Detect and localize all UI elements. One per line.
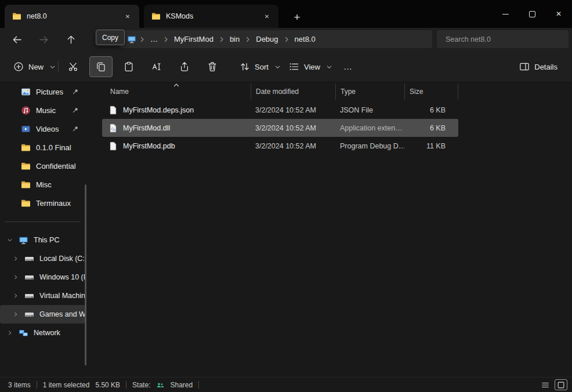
tab-close-icon[interactable]: ✕ <box>260 9 274 23</box>
column-header-label: Name <box>110 88 129 96</box>
arrow-up-icon <box>66 35 76 45</box>
this-pc-icon <box>19 235 28 245</box>
breadcrumb-item-debug[interactable]: Debug <box>251 35 283 43</box>
chevron-right-icon[interactable] <box>7 330 13 336</box>
drive-icon <box>24 310 34 320</box>
chevron-down-icon <box>274 64 281 70</box>
status-bar: 3 items 1 item selected 5.50 KB State: S… <box>0 377 572 392</box>
music-icon <box>21 106 31 115</box>
column-header-size[interactable]: Size <box>404 84 458 100</box>
chevron-down-icon[interactable] <box>7 237 13 243</box>
new-tab-button[interactable]: + <box>288 9 306 26</box>
search-box[interactable] <box>437 30 569 48</box>
breadcrumb-item-net8-0[interactable]: net8.0 <box>290 35 320 43</box>
column-header-date-modified[interactable]: Date modified <box>251 84 335 100</box>
window-controls: ✕ <box>492 0 572 28</box>
breadcrumb: … MyFirstMod bin Debug net8.0 <box>119 30 432 48</box>
file-type: Application exten… <box>335 124 404 132</box>
sidebar-scrollbar[interactable] <box>85 184 86 365</box>
file-size: 11 KB <box>404 142 458 150</box>
file-row[interactable]: MyFirstMod.deps.json 3/2/2024 10:52 AM J… <box>102 101 458 119</box>
file-row[interactable]: MyFirstMod.pdb 3/2/2024 10:52 AM Program… <box>102 137 458 155</box>
paste-button[interactable] <box>117 56 140 77</box>
chevron-right-icon[interactable] <box>13 274 19 280</box>
folder-icon <box>21 198 31 208</box>
sidebar-item-virtual-machines[interactable]: Virtual Machin <box>0 286 85 305</box>
sidebar-item-music[interactable]: Music <box>0 101 85 119</box>
shared-state-icon <box>156 381 164 389</box>
drive-icon <box>24 254 34 264</box>
sidebar-item-network[interactable]: Network <box>0 324 85 342</box>
chevron-right-icon <box>139 36 146 43</box>
details-view-button[interactable] <box>539 379 552 390</box>
tab-net8-0[interactable]: net8.0 ✕ <box>5 5 139 28</box>
thumbnail-view-button[interactable] <box>555 379 567 390</box>
titlebar: net8.0 ✕ KSMods ✕ + ✕ <box>0 0 572 28</box>
view-button-label: View <box>304 63 320 71</box>
sidebar-item-this-pc[interactable]: This PC <box>0 231 85 249</box>
sidebar-item-misc[interactable]: Misc <box>0 175 85 194</box>
tab-ksmods[interactable]: KSMods ✕ <box>144 5 278 28</box>
sidebar: Pictures Music Videos 0.1.0 Final Confid… <box>0 82 87 377</box>
file-explorer-window: net8.0 ✕ KSMods ✕ + ✕ … MyF <box>0 0 572 392</box>
column-header-type[interactable]: Type <box>335 84 404 100</box>
sidebar-item-terminaux[interactable]: Terminaux <box>0 194 85 212</box>
search-input[interactable] <box>437 30 569 48</box>
breadcrumb-item-myfirstmod[interactable]: MyFirstMod <box>169 35 218 43</box>
sort-button[interactable]: Sort <box>233 56 287 77</box>
pin-icon <box>72 125 79 132</box>
maximize-button[interactable] <box>519 0 545 28</box>
sidebar-item-games[interactable]: Games and W <box>0 305 85 324</box>
minimize-icon <box>502 14 509 14</box>
chevron-right-icon <box>283 36 290 43</box>
trash-icon <box>207 61 218 72</box>
breadcrumb-ellipsis[interactable]: … <box>146 35 162 43</box>
sidebar-item-videos[interactable]: Videos <box>0 119 85 138</box>
tab-label: KSMods <box>166 12 260 20</box>
back-button[interactable] <box>7 30 27 49</box>
forward-button[interactable] <box>34 30 53 49</box>
tab-label: net8.0 <box>27 12 121 20</box>
state-label: State: <box>132 381 150 389</box>
file-row-selected[interactable]: MyFirstMod.dll 3/2/2024 10:52 AM Applica… <box>102 119 458 137</box>
arrow-left-icon <box>12 35 22 45</box>
plus-circle-icon <box>13 61 24 72</box>
rename-button[interactable] <box>145 56 168 77</box>
breadcrumb-item-bin[interactable]: bin <box>225 35 244 43</box>
chevron-right-icon[interactable] <box>13 256 19 262</box>
copy-button[interactable] <box>89 56 113 77</box>
sidebar-item-label: Terminaux <box>36 199 85 208</box>
sidebar-item-windows-10[interactable]: Windows 10 (D <box>0 268 85 286</box>
share-button[interactable] <box>173 56 196 77</box>
cut-button[interactable] <box>61 56 85 77</box>
list-view-icon <box>541 381 549 389</box>
folder-icon <box>21 143 31 153</box>
folder-icon <box>151 12 161 21</box>
this-pc-icon[interactable] <box>127 35 136 44</box>
pin-icon <box>72 88 79 95</box>
chevron-right-icon[interactable] <box>13 293 19 299</box>
selection-summary: 1 item selected <box>43 381 90 389</box>
details-toggle-button[interactable]: Details <box>513 56 564 77</box>
column-header-name[interactable]: Name <box>102 84 251 100</box>
details-panel-icon <box>519 61 530 72</box>
sidebar-item-confidential[interactable]: Confidential <box>0 157 85 175</box>
sidebar-item-local-disk-c[interactable]: Local Disk (C:) <box>0 249 85 268</box>
new-button[interactable]: New <box>7 56 62 77</box>
sidebar-item-label: This PC <box>34 236 85 244</box>
delete-button[interactable] <box>201 56 224 77</box>
sidebar-item-010-final[interactable]: 0.1.0 Final <box>0 138 85 157</box>
up-button[interactable] <box>61 30 81 49</box>
more-options-button[interactable]: … <box>336 56 360 77</box>
sidebar-item-label: 0.1.0 Final <box>36 143 85 152</box>
file-date-modified: 3/2/2024 10:52 AM <box>251 142 335 150</box>
sidebar-item-pictures[interactable]: Pictures <box>0 82 85 101</box>
view-button[interactable]: View <box>283 56 339 77</box>
chevron-right-icon[interactable] <box>13 311 19 317</box>
tab-close-icon[interactable]: ✕ <box>121 9 135 23</box>
arrow-right-icon <box>39 35 49 45</box>
close-button[interactable]: ✕ <box>545 0 572 28</box>
minimize-button[interactable] <box>492 0 519 28</box>
folder-icon <box>21 180 31 190</box>
dll-file-icon <box>108 124 118 133</box>
